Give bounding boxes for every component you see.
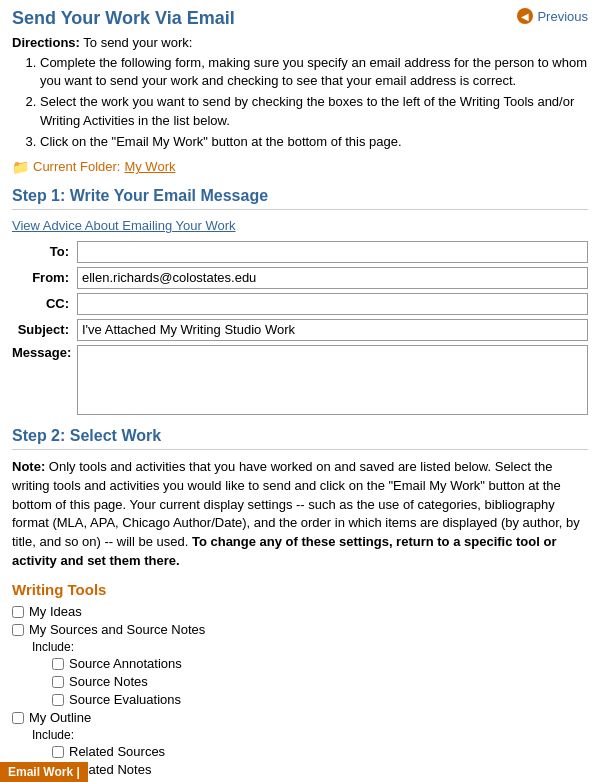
my-ideas-item: My Ideas — [12, 604, 588, 619]
directions-list: Complete the following form, making sure… — [40, 54, 588, 151]
email-form: To: From: CC: Subject: Message: — [12, 241, 588, 415]
from-row: From: — [12, 267, 588, 289]
step2-note: Note: Only tools and activities that you… — [12, 458, 588, 571]
writing-tools-list: My Ideas My Sources and Source Notes Inc… — [12, 604, 588, 782]
my-sources-item: My Sources and Source Notes — [12, 622, 588, 637]
source-annotations-checkbox[interactable] — [52, 658, 64, 670]
my-sources-label: My Sources and Source Notes — [29, 622, 205, 637]
my-ideas-label: My Ideas — [29, 604, 82, 619]
current-folder-label: Current Folder: — [33, 159, 120, 174]
my-outline-checkbox[interactable] — [12, 712, 24, 724]
page-header: Send Your Work Via Email ◀ Previous — [12, 8, 588, 29]
previous-label: Previous — [537, 9, 588, 24]
writing-tools-title: Writing Tools — [12, 581, 588, 598]
step2-header: Step 2: Select Work — [12, 427, 588, 450]
step1-header: Step 1: Write Your Email Message — [12, 187, 588, 210]
directions-section: Directions: To send your work: Complete … — [12, 35, 588, 151]
advice-link[interactable]: View Advice About Emailing Your Work — [12, 218, 588, 233]
related-sources-label: Related Sources — [69, 744, 165, 759]
previous-arrow-icon: ◀ — [517, 8, 533, 24]
source-notes-label: Source Notes — [69, 674, 148, 689]
to-row: To: — [12, 241, 588, 263]
related-sources-checkbox[interactable] — [52, 746, 64, 758]
related-sources-item: Related Sources — [52, 744, 588, 759]
my-ideas-checkbox[interactable] — [12, 606, 24, 618]
current-folder-name[interactable]: My Work — [124, 159, 175, 174]
directions-intro-text: To send your work: — [83, 35, 192, 50]
to-input[interactable] — [77, 241, 588, 263]
current-folder: 📁 Current Folder: My Work — [12, 159, 588, 175]
source-notes-item: Source Notes — [52, 674, 588, 689]
related-notes-item: Related Notes — [52, 762, 588, 777]
from-label: From: — [12, 270, 77, 285]
subject-input[interactable] — [77, 319, 588, 341]
source-annotations-label: Source Annotations — [69, 656, 182, 671]
bottom-tab: Email Work | — [0, 762, 88, 782]
directions-step-1: Complete the following form, making sure… — [40, 54, 588, 90]
my-sources-checkbox[interactable] — [12, 624, 24, 636]
directions-step-2: Select the work you want to send by chec… — [40, 93, 588, 129]
source-annotations-item: Source Annotations — [52, 656, 588, 671]
note-label: Note: — [12, 459, 45, 474]
previous-button[interactable]: ◀ Previous — [517, 8, 588, 24]
subject-label: Subject: — [12, 322, 77, 337]
cc-label: CC: — [12, 296, 77, 311]
from-input[interactable] — [77, 267, 588, 289]
message-row: Message: — [12, 345, 588, 415]
directions-step-3: Click on the "Email My Work" button at t… — [40, 133, 588, 151]
directions-intro: Directions: To send your work: — [12, 35, 588, 50]
folder-icon: 📁 — [12, 159, 29, 175]
source-evaluations-checkbox[interactable] — [52, 694, 64, 706]
outline-include-label: Include: — [32, 728, 588, 742]
page-title: Send Your Work Via Email — [12, 8, 235, 29]
message-input[interactable] — [77, 345, 588, 415]
subject-row: Subject: — [12, 319, 588, 341]
source-notes-checkbox[interactable] — [52, 676, 64, 688]
source-evaluations-item: Source Evaluations — [52, 692, 588, 707]
source-evaluations-label: Source Evaluations — [69, 692, 181, 707]
cc-input[interactable] — [77, 293, 588, 315]
cc-row: CC: — [12, 293, 588, 315]
my-outline-item: My Outline — [12, 710, 588, 725]
my-outline-label: My Outline — [29, 710, 91, 725]
directions-label: Directions: — [12, 35, 80, 50]
message-label: Message: — [12, 345, 77, 360]
to-label: To: — [12, 244, 77, 259]
sources-include-label: Include: — [32, 640, 588, 654]
